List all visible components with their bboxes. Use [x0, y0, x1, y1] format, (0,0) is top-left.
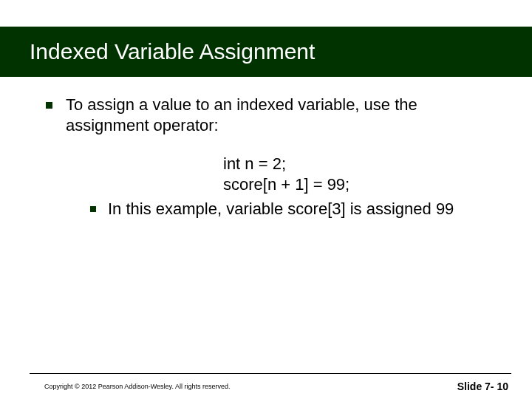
code-line-1: int n = 2; — [223, 154, 489, 174]
slide-title: Indexed Variable Assignment — [30, 39, 315, 64]
code-block: int n = 2; score[n + 1] = 99; — [223, 154, 489, 195]
code-line-2: score[n + 1] = 99; — [223, 174, 489, 195]
slide-content: To assign a value to an indexed variable… — [46, 95, 489, 219]
footer: Copyright © 2012 Pearson Addison-Wesley.… — [0, 374, 532, 399]
sub-bullet-row: In this example, variable score[3] is as… — [90, 199, 489, 219]
slide-number: Slide 7- 10 — [457, 381, 508, 392]
main-bullet-text: To assign a value to an indexed variable… — [66, 95, 489, 136]
sub-bullet-text: In this example, variable score[3] is as… — [108, 199, 489, 219]
title-band: Indexed Variable Assignment — [0, 27, 532, 77]
main-bullet-row: To assign a value to an indexed variable… — [46, 95, 489, 136]
square-bullet-icon — [90, 206, 96, 212]
copyright-text: Copyright © 2012 Pearson Addison-Wesley.… — [44, 383, 230, 390]
square-bullet-icon — [46, 102, 52, 109]
